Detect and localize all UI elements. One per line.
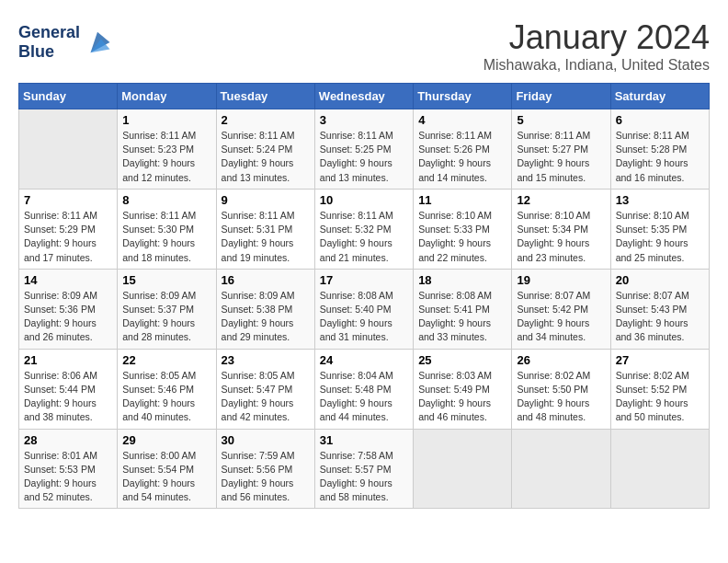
day-info: Sunrise: 8:05 AMSunset: 5:47 PMDaylight:… (222, 369, 310, 425)
day-info: Sunrise: 8:05 AMSunset: 5:46 PMDaylight:… (122, 369, 210, 425)
calendar-cell: 17Sunrise: 8:08 AMSunset: 5:40 PMDayligh… (314, 269, 413, 349)
calendar-cell: 15Sunrise: 8:09 AMSunset: 5:37 PMDayligh… (118, 269, 216, 349)
day-number: 27 (616, 353, 704, 367)
day-info: Sunrise: 8:11 AMSunset: 5:25 PMDaylight:… (320, 129, 408, 185)
header-day-tuesday: Tuesday (216, 84, 314, 109)
logo: General Blue (18, 23, 111, 62)
calendar-week-row: 14Sunrise: 8:09 AMSunset: 5:36 PMDayligh… (19, 269, 710, 349)
calendar-cell: 3Sunrise: 8:11 AMSunset: 5:25 PMDaylight… (314, 109, 413, 190)
day-info: Sunrise: 8:11 AMSunset: 5:24 PMDaylight:… (222, 129, 310, 185)
calendar-cell: 14Sunrise: 8:09 AMSunset: 5:36 PMDayligh… (19, 269, 118, 349)
header-day-thursday: Thursday (414, 84, 512, 109)
day-info: Sunrise: 7:59 AMSunset: 5:56 PMDaylight:… (222, 449, 310, 505)
calendar-cell: 2Sunrise: 8:11 AMSunset: 5:24 PMDaylight… (216, 109, 314, 190)
calendar-cell: 25Sunrise: 8:03 AMSunset: 5:49 PMDayligh… (414, 349, 512, 429)
calendar-week-row: 21Sunrise: 8:06 AMSunset: 5:44 PMDayligh… (19, 349, 710, 429)
day-number: 9 (222, 193, 310, 207)
day-number: 29 (122, 433, 210, 447)
calendar-cell: 19Sunrise: 8:07 AMSunset: 5:42 PMDayligh… (512, 269, 610, 349)
calendar-cell (512, 429, 610, 509)
header-day-monday: Monday (118, 84, 216, 109)
day-number: 13 (616, 193, 704, 207)
day-info: Sunrise: 8:09 AMSunset: 5:37 PMDaylight:… (122, 289, 210, 345)
calendar-cell: 4Sunrise: 8:11 AMSunset: 5:26 PMDaylight… (414, 109, 512, 190)
calendar-cell (610, 429, 709, 509)
day-info: Sunrise: 8:10 AMSunset: 5:33 PMDaylight:… (418, 209, 506, 265)
day-info: Sunrise: 8:11 AMSunset: 5:26 PMDaylight:… (418, 129, 506, 185)
calendar-cell: 31Sunrise: 7:58 AMSunset: 5:57 PMDayligh… (314, 429, 413, 509)
day-number: 11 (418, 193, 506, 207)
day-number: 5 (517, 113, 605, 127)
calendar-table: SundayMondayTuesdayWednesdayThursdayFrid… (18, 83, 710, 509)
day-info: Sunrise: 8:09 AMSunset: 5:36 PMDaylight:… (24, 289, 112, 345)
calendar-week-row: 28Sunrise: 8:01 AMSunset: 5:53 PMDayligh… (19, 429, 710, 509)
day-number: 4 (418, 113, 506, 127)
day-number: 15 (122, 273, 210, 287)
day-number: 20 (616, 273, 704, 287)
day-info: Sunrise: 8:11 AMSunset: 5:31 PMDaylight:… (222, 209, 310, 265)
day-number: 16 (222, 273, 310, 287)
calendar-cell: 7Sunrise: 8:11 AMSunset: 5:29 PMDaylight… (19, 189, 118, 269)
header-day-saturday: Saturday (610, 84, 709, 109)
calendar-cell: 20Sunrise: 8:07 AMSunset: 5:43 PMDayligh… (610, 269, 709, 349)
calendar-cell (414, 429, 512, 509)
day-number: 21 (24, 353, 112, 367)
logo-line2: Blue (18, 42, 80, 62)
day-number: 17 (320, 273, 408, 287)
day-number: 25 (418, 353, 506, 367)
day-number: 7 (24, 193, 112, 207)
calendar-cell: 29Sunrise: 8:00 AMSunset: 5:54 PMDayligh… (118, 429, 216, 509)
day-number: 22 (122, 353, 210, 367)
day-number: 30 (222, 433, 310, 447)
header-day-sunday: Sunday (19, 84, 118, 109)
day-number: 6 (616, 113, 704, 127)
day-info: Sunrise: 8:11 AMSunset: 5:23 PMDaylight:… (122, 129, 210, 185)
day-info: Sunrise: 8:03 AMSunset: 5:49 PMDaylight:… (418, 369, 506, 425)
calendar-week-row: 7Sunrise: 8:11 AMSunset: 5:29 PMDaylight… (19, 189, 710, 269)
calendar-cell: 13Sunrise: 8:10 AMSunset: 5:35 PMDayligh… (610, 189, 709, 269)
calendar-cell: 22Sunrise: 8:05 AMSunset: 5:46 PMDayligh… (118, 349, 216, 429)
calendar-cell: 12Sunrise: 8:10 AMSunset: 5:34 PMDayligh… (512, 189, 610, 269)
day-number: 14 (24, 273, 112, 287)
day-info: Sunrise: 8:11 AMSunset: 5:27 PMDaylight:… (517, 129, 605, 185)
day-info: Sunrise: 8:10 AMSunset: 5:34 PMDaylight:… (517, 209, 605, 265)
day-info: Sunrise: 7:58 AMSunset: 5:57 PMDaylight:… (320, 449, 408, 505)
day-info: Sunrise: 8:11 AMSunset: 5:30 PMDaylight:… (122, 209, 210, 265)
calendar-cell: 27Sunrise: 8:02 AMSunset: 5:52 PMDayligh… (610, 349, 709, 429)
day-number: 12 (517, 193, 605, 207)
header-day-friday: Friday (512, 84, 610, 109)
day-number: 26 (517, 353, 605, 367)
day-info: Sunrise: 8:08 AMSunset: 5:41 PMDaylight:… (418, 289, 506, 345)
day-info: Sunrise: 8:11 AMSunset: 5:28 PMDaylight:… (616, 129, 704, 185)
calendar-cell: 8Sunrise: 8:11 AMSunset: 5:30 PMDaylight… (118, 189, 216, 269)
calendar-cell (19, 109, 118, 190)
calendar-cell: 1Sunrise: 8:11 AMSunset: 5:23 PMDaylight… (118, 109, 216, 190)
calendar-cell: 9Sunrise: 8:11 AMSunset: 5:31 PMDaylight… (216, 189, 314, 269)
title-block: January 2024 Mishawaka, Indiana, United … (483, 18, 710, 74)
month-year-title: January 2024 (483, 18, 710, 57)
calendar-cell: 11Sunrise: 8:10 AMSunset: 5:33 PMDayligh… (414, 189, 512, 269)
day-number: 8 (122, 193, 210, 207)
header: General Blue January 2024 Mishawaka, Ind… (18, 18, 710, 74)
day-number: 28 (24, 433, 112, 447)
day-info: Sunrise: 8:02 AMSunset: 5:52 PMDaylight:… (616, 369, 704, 425)
calendar-header-row: SundayMondayTuesdayWednesdayThursdayFrid… (19, 84, 710, 109)
day-info: Sunrise: 8:06 AMSunset: 5:44 PMDaylight:… (24, 369, 112, 425)
calendar-cell: 23Sunrise: 8:05 AMSunset: 5:47 PMDayligh… (216, 349, 314, 429)
header-day-wednesday: Wednesday (314, 84, 413, 109)
day-info: Sunrise: 8:07 AMSunset: 5:43 PMDaylight:… (616, 289, 704, 345)
location-subtitle: Mishawaka, Indiana, United States (483, 57, 710, 74)
day-number: 19 (517, 273, 605, 287)
calendar-cell: 24Sunrise: 8:04 AMSunset: 5:48 PMDayligh… (314, 349, 413, 429)
calendar-cell: 18Sunrise: 8:08 AMSunset: 5:41 PMDayligh… (414, 269, 512, 349)
day-number: 2 (222, 113, 310, 127)
day-info: Sunrise: 8:11 AMSunset: 5:32 PMDaylight:… (320, 209, 408, 265)
logo-line1: General (18, 23, 80, 42)
calendar-cell: 21Sunrise: 8:06 AMSunset: 5:44 PMDayligh… (19, 349, 118, 429)
calendar-cell: 30Sunrise: 7:59 AMSunset: 5:56 PMDayligh… (216, 429, 314, 509)
day-number: 10 (320, 193, 408, 207)
calendar-cell: 6Sunrise: 8:11 AMSunset: 5:28 PMDaylight… (610, 109, 709, 190)
day-info: Sunrise: 8:08 AMSunset: 5:40 PMDaylight:… (320, 289, 408, 345)
day-info: Sunrise: 8:11 AMSunset: 5:29 PMDaylight:… (24, 209, 112, 265)
day-info: Sunrise: 8:02 AMSunset: 5:50 PMDaylight:… (517, 369, 605, 425)
